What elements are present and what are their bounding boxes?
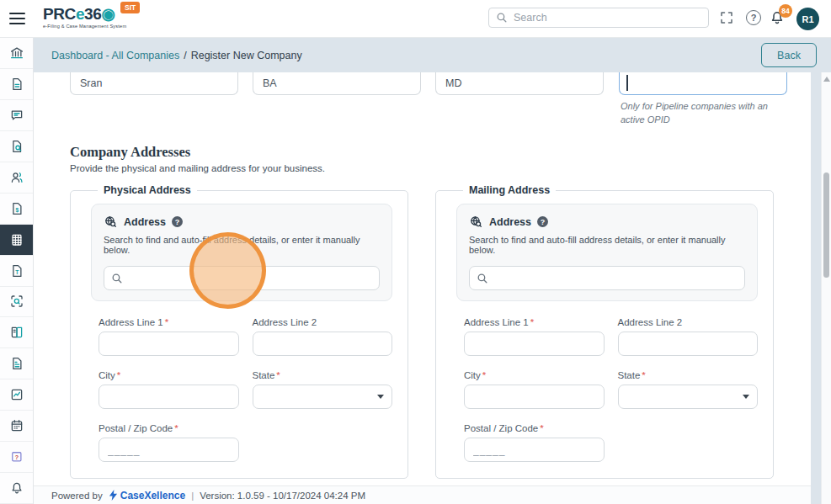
app-tagline: e-Filing & Case Management System (43, 24, 126, 29)
hamburger-menu-icon[interactable] (9, 13, 25, 26)
text-cursor (626, 75, 628, 91)
sidebar-item-messages[interactable] (0, 100, 33, 131)
breadcrumb-current: Register New Company (191, 50, 302, 61)
search-input[interactable] (514, 12, 701, 24)
sidebar-item-payments[interactable]: $ (0, 194, 33, 225)
address-card-description: Search to find and auto-fill address det… (469, 235, 745, 255)
top-field-opid[interactable] (619, 72, 787, 95)
notification-count-badge: 84 (779, 4, 792, 18)
field-label: Address Line 2 (618, 317, 759, 327)
casexellence-brand[interactable]: CaseXellence (109, 490, 185, 501)
breadcrumb-separator: / (184, 50, 186, 61)
file-icon (9, 77, 24, 92)
physical-address-line1-input[interactable] (99, 332, 239, 356)
physical-city-input[interactable] (99, 385, 239, 409)
search-icon (477, 273, 488, 284)
mailing-address-legend: Mailing Address (463, 184, 556, 196)
users-icon (9, 170, 24, 185)
field-label: Address Line 2 (253, 317, 393, 327)
address-help-icon[interactable]: ? (537, 216, 548, 227)
top-field-3[interactable] (435, 72, 604, 95)
physical-state-select[interactable] (253, 385, 393, 409)
global-search (488, 8, 709, 28)
mailing-state-select[interactable] (618, 385, 759, 409)
sidebar-item-templates[interactable]: T (0, 256, 33, 287)
mailing-city-input[interactable] (464, 385, 605, 409)
powered-by-label: Powered by (51, 491, 103, 501)
mailing-postal-input[interactable] (464, 438, 605, 462)
address-card-title: Address (489, 216, 531, 228)
vertical-scrollbar[interactable] (821, 72, 831, 504)
notifications-bell[interactable]: 84 (769, 9, 789, 29)
sidebar-item-filings[interactable] (0, 69, 33, 100)
user-avatar[interactable]: R1 (796, 8, 819, 30)
sidebar-item-record-search[interactable] (0, 287, 33, 318)
building-icon (9, 232, 24, 247)
sidebar-item-documents[interactable] (0, 348, 33, 379)
chart-icon (9, 387, 24, 402)
version-label: Version: 1.0.59 - 10/17/2024 04:24 PM (200, 491, 365, 501)
mailing-address-fieldset: Mailing Address Address ? Search to find… (435, 184, 774, 479)
breadcrumb: Dashboard - All Companies / Register New… (51, 50, 302, 61)
physical-address-search-input[interactable] (104, 266, 380, 290)
physical-address-line2-input[interactable] (253, 332, 393, 356)
field-label: State* (618, 370, 759, 380)
fullscreen-icon[interactable] (720, 11, 733, 24)
field-label: Postal / Zip Code* (464, 423, 605, 433)
physical-postal-input[interactable] (99, 438, 239, 462)
globe-search-icon (104, 215, 118, 229)
address-card-title: Address (124, 216, 166, 228)
svg-text:$: $ (15, 206, 19, 213)
breadcrumb-bar: Dashboard - All Companies / Register New… (34, 38, 831, 72)
sidebar-item-case-search[interactable] (0, 131, 33, 162)
file-search-icon (9, 139, 24, 154)
sidebar-item-notifications[interactable] (0, 473, 33, 504)
field-label: Postal / Zip Code* (99, 423, 239, 433)
app-logo[interactable]: PRCe36◉ e-Filing & Case Management Syste… (43, 6, 126, 29)
file-t-icon: T (9, 263, 24, 279)
field-label: State* (253, 370, 393, 380)
top-field-1[interactable] (70, 72, 238, 95)
scrollbar-up-arrow[interactable] (823, 77, 830, 82)
top-header: PRCe36◉ e-Filing & Case Management Syste… (0, 0, 831, 38)
svg-text:T: T (15, 268, 19, 274)
mailing-address-search-input[interactable] (469, 266, 745, 290)
sidebar-item-help[interactable]: ? (0, 442, 33, 473)
section-subtitle: Provide the physical and mailing address… (70, 163, 325, 173)
sidebar-item-reports[interactable] (0, 379, 33, 411)
main-content: Only for Pipeline companies with an acti… (34, 72, 811, 485)
footer-separator: | (191, 491, 194, 501)
sidebar-item-calendar[interactable] (0, 411, 33, 442)
bell-icon (9, 480, 24, 496)
help-box-icon: ? (9, 449, 24, 464)
field-label: City* (99, 370, 239, 380)
sidebar-item-institutions[interactable] (0, 38, 33, 69)
breadcrumb-link-dashboard[interactable]: Dashboard - All Companies (51, 50, 179, 61)
app-logo-text: PRCe36◉ (43, 6, 126, 22)
sidebar-item-users[interactable] (0, 162, 33, 194)
scrollbar-thumb[interactable] (823, 172, 829, 278)
casexellence-logo-icon (109, 490, 118, 501)
section-title: Company Addresses (70, 144, 190, 161)
physical-address-legend: Physical Address (98, 184, 197, 196)
bank-icon (9, 45, 24, 61)
scan-search-icon (9, 294, 24, 309)
address-search-card: Address ? Search to find and auto-fill a… (91, 204, 392, 301)
mailing-address-line2-input[interactable] (618, 332, 759, 356)
logo-target-icon: ◉ (101, 5, 115, 23)
globe-search-icon (469, 215, 483, 229)
file-dollar-icon: $ (9, 201, 24, 216)
physical-address-fieldset: Physical Address Address ? Search to fin… (70, 184, 408, 479)
field-label: City* (464, 370, 605, 380)
search-icon (111, 273, 123, 284)
sidebar-item-ledger[interactable] (0, 317, 33, 348)
address-card-description: Search to find and auto-fill address det… (104, 235, 380, 255)
chevron-down-icon (377, 395, 384, 399)
sidebar-item-companies[interactable] (0, 225, 33, 256)
address-help-icon[interactable]: ? (172, 216, 183, 227)
top-field-2[interactable] (253, 72, 421, 95)
mailing-address-line1-input[interactable] (464, 332, 605, 356)
help-icon[interactable]: ? (746, 10, 761, 25)
field-label: Address Line 1* (99, 317, 239, 327)
back-button[interactable]: Back (761, 43, 817, 67)
